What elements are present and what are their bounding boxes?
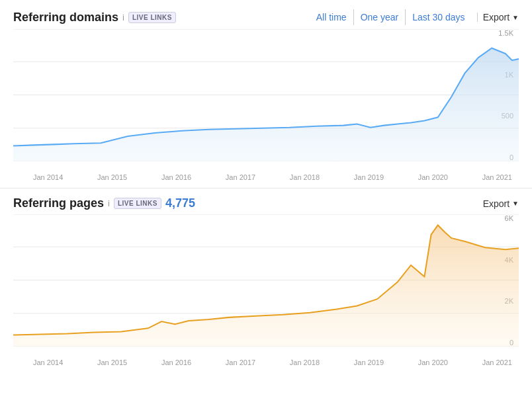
referring-domains-chart-area	[13, 29, 519, 161]
export-label: Export	[483, 12, 510, 22]
referring-pages-nav: Export ▼	[483, 198, 519, 209]
x-label-2018: Jan 2018	[290, 173, 320, 181]
referring-pages-x-labels: Jan 2014 Jan 2015 Jan 2016 Jan 2017 Jan …	[33, 358, 512, 366]
referring-domains-info-icon[interactable]: i	[122, 13, 124, 22]
referring-domains-x-labels: Jan 2014 Jan 2015 Jan 2016 Jan 2017 Jan …	[33, 173, 512, 181]
blue-area	[13, 48, 519, 161]
export-label-pages: Export	[483, 198, 510, 209]
referring-pages-title-group: Referring pages i LIVE LINKS 4,775	[13, 196, 195, 210]
separator-divider	[477, 13, 478, 22]
referring-pages-chart: 6K 4K 2K 0	[13, 214, 519, 366]
x-label-p2021: Jan 2021	[482, 358, 512, 366]
x-label-2019: Jan 2019	[354, 173, 384, 181]
export-chevron-icon-pages: ▼	[512, 200, 519, 207]
referring-pages-export-button[interactable]: Export ▼	[483, 198, 519, 209]
x-label-p2020: Jan 2020	[418, 358, 448, 366]
nav-last-30[interactable]: Last 30 days	[405, 9, 471, 25]
referring-domains-svg	[13, 29, 519, 161]
referring-domains-nav: All time One year Last 30 days Export ▼	[310, 9, 519, 25]
referring-domains-live-badge: LIVE LINKS	[128, 12, 176, 23]
referring-domains-title: Referring domains	[13, 11, 118, 24]
x-label-p2017: Jan 2017	[226, 358, 255, 366]
referring-pages-live-badge: LIVE LINKS	[114, 198, 161, 209]
x-label-2017: Jan 2017	[226, 173, 255, 181]
referring-pages-chart-area	[13, 214, 519, 347]
x-label-2016: Jan 2016	[161, 173, 191, 181]
x-label-2014: Jan 2014	[33, 173, 63, 181]
x-label-2021: Jan 2021	[482, 173, 512, 181]
referring-pages-title: Referring pages	[13, 196, 104, 210]
referring-domains-section: Referring domains i LIVE LINKS All time …	[0, 0, 532, 181]
referring-domains-title-group: Referring domains i LIVE LINKS	[13, 11, 176, 24]
x-label-p2016: Jan 2016	[161, 358, 191, 366]
referring-domains-export-button[interactable]: Export ▼	[483, 12, 519, 22]
x-label-2015: Jan 2015	[97, 173, 127, 181]
referring-pages-section: Referring pages i LIVE LINKS 4,775 Expor…	[0, 188, 532, 366]
referring-pages-count: 4,775	[165, 196, 195, 210]
referring-domains-chart: 1.5K 1K 500 0	[13, 29, 519, 181]
x-label-2020: Jan 2020	[418, 173, 448, 181]
referring-pages-header: Referring pages i LIVE LINKS 4,775 Expor…	[13, 196, 519, 210]
nav-all-time[interactable]: All time	[310, 9, 353, 25]
export-chevron-icon: ▼	[512, 14, 519, 21]
referring-domains-header: Referring domains i LIVE LINKS All time …	[13, 9, 519, 25]
referring-pages-info-icon[interactable]: i	[108, 198, 110, 208]
orange-area	[13, 225, 519, 347]
x-label-p2018: Jan 2018	[290, 358, 320, 366]
x-label-p2019: Jan 2019	[354, 358, 384, 366]
x-label-p2015: Jan 2015	[97, 358, 127, 366]
x-label-p2014: Jan 2014	[33, 358, 63, 366]
referring-pages-svg	[13, 214, 519, 347]
nav-one-year[interactable]: One year	[353, 9, 406, 25]
